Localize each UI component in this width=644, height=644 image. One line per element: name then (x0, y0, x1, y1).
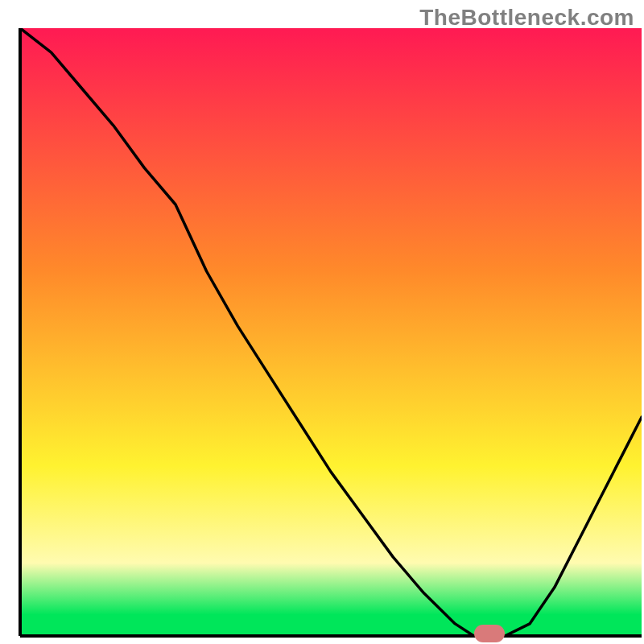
gradient-background (20, 28, 642, 636)
chart-stage: TheBottleneck.com (0, 0, 644, 644)
watermark-text: TheBottleneck.com (419, 5, 634, 31)
optimal-zone-marker (474, 625, 506, 642)
bottleneck-chart (0, 0, 644, 644)
